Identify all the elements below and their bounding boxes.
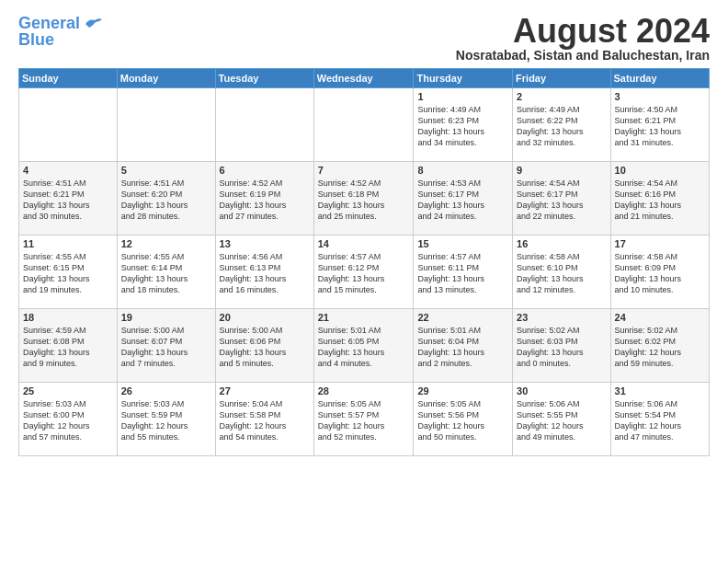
- day-info: Sunrise: 5:05 AMSunset: 5:57 PMDaylight:…: [318, 398, 410, 443]
- calendar-cell: 8Sunrise: 4:53 AMSunset: 6:17 PMDaylight…: [414, 162, 513, 236]
- day-info: Sunrise: 4:59 AMSunset: 6:08 PMDaylight:…: [23, 325, 113, 370]
- day-number: 19: [121, 312, 211, 323]
- day-number: 23: [517, 312, 606, 323]
- day-info: Sunrise: 4:49 AMSunset: 6:22 PMDaylight:…: [517, 104, 606, 149]
- day-of-week-header: Friday: [513, 69, 610, 88]
- calendar-cell: [117, 88, 215, 162]
- calendar-cell: 18Sunrise: 4:59 AMSunset: 6:08 PMDayligh…: [19, 309, 118, 383]
- day-of-week-header: Monday: [117, 69, 215, 88]
- day-info: Sunrise: 4:51 AMSunset: 6:21 PMDaylight:…: [23, 178, 113, 223]
- day-info: Sunrise: 5:02 AMSunset: 6:02 PMDaylight:…: [615, 325, 705, 370]
- calendar-week-row: 18Sunrise: 4:59 AMSunset: 6:08 PMDayligh…: [19, 309, 710, 383]
- logo: General Blue: [18, 15, 104, 48]
- day-of-week-header: Wednesday: [313, 69, 414, 88]
- day-info: Sunrise: 5:04 AMSunset: 5:58 PMDaylight:…: [220, 398, 310, 443]
- day-info: Sunrise: 4:56 AMSunset: 6:13 PMDaylight:…: [220, 251, 310, 296]
- calendar-cell: 4Sunrise: 4:51 AMSunset: 6:21 PMDaylight…: [19, 162, 118, 236]
- calendar-cell: 5Sunrise: 4:51 AMSunset: 6:20 PMDaylight…: [117, 162, 215, 236]
- calendar-cell: [215, 88, 313, 162]
- calendar-cell: 14Sunrise: 4:57 AMSunset: 6:12 PMDayligh…: [313, 236, 414, 309]
- logo-text: General Blue: [18, 15, 80, 48]
- calendar-cell: 27Sunrise: 5:04 AMSunset: 5:58 PMDayligh…: [215, 383, 313, 456]
- header: General Blue August 2024 Nosratabad, Sis…: [18, 15, 710, 63]
- subtitle: Nosratabad, Sistan and Baluchestan, Iran: [456, 48, 710, 63]
- page: General Blue August 2024 Nosratabad, Sis…: [0, 0, 728, 563]
- day-number: 29: [417, 385, 508, 396]
- calendar-cell: 2Sunrise: 4:49 AMSunset: 6:22 PMDaylight…: [513, 88, 610, 162]
- day-of-week-header: Saturday: [610, 69, 709, 88]
- day-of-week-header: Thursday: [414, 69, 513, 88]
- calendar-cell: 17Sunrise: 4:58 AMSunset: 6:09 PMDayligh…: [610, 236, 709, 309]
- calendar-week-row: 1Sunrise: 4:49 AMSunset: 6:23 PMDaylight…: [19, 88, 710, 162]
- day-info: Sunrise: 4:57 AMSunset: 6:12 PMDaylight:…: [318, 251, 410, 296]
- day-info: Sunrise: 4:58 AMSunset: 6:09 PMDaylight:…: [615, 251, 705, 296]
- calendar-table: SundayMondayTuesdayWednesdayThursdayFrid…: [18, 68, 710, 456]
- day-number: 17: [615, 238, 705, 249]
- day-info: Sunrise: 5:03 AMSunset: 5:59 PMDaylight:…: [121, 398, 211, 443]
- calendar-header-row: SundayMondayTuesdayWednesdayThursdayFrid…: [19, 69, 710, 88]
- calendar-cell: 12Sunrise: 4:55 AMSunset: 6:14 PMDayligh…: [117, 236, 215, 309]
- calendar-cell: 20Sunrise: 5:00 AMSunset: 6:06 PMDayligh…: [215, 309, 313, 383]
- month-title: August 2024: [456, 15, 710, 48]
- day-info: Sunrise: 4:55 AMSunset: 6:15 PMDaylight:…: [23, 251, 113, 296]
- day-number: 10: [615, 165, 705, 176]
- day-info: Sunrise: 4:54 AMSunset: 6:16 PMDaylight:…: [615, 178, 705, 223]
- day-number: 11: [23, 238, 113, 249]
- calendar-cell: 10Sunrise: 4:54 AMSunset: 6:16 PMDayligh…: [610, 162, 709, 236]
- title-block: August 2024 Nosratabad, Sistan and Baluc…: [456, 15, 710, 63]
- calendar-cell: 16Sunrise: 4:58 AMSunset: 6:10 PMDayligh…: [513, 236, 610, 309]
- day-info: Sunrise: 5:05 AMSunset: 5:56 PMDaylight:…: [417, 398, 508, 443]
- day-number: 15: [417, 238, 508, 249]
- day-number: 2: [517, 91, 606, 102]
- calendar-cell: 24Sunrise: 5:02 AMSunset: 6:02 PMDayligh…: [610, 309, 709, 383]
- day-number: 28: [318, 385, 410, 396]
- day-info: Sunrise: 4:49 AMSunset: 6:23 PMDaylight:…: [417, 104, 508, 149]
- day-info: Sunrise: 5:06 AMSunset: 5:55 PMDaylight:…: [517, 398, 606, 443]
- calendar-cell: 22Sunrise: 5:01 AMSunset: 6:04 PMDayligh…: [414, 309, 513, 383]
- calendar-cell: 31Sunrise: 5:06 AMSunset: 5:54 PMDayligh…: [610, 383, 709, 456]
- calendar-cell: 23Sunrise: 5:02 AMSunset: 6:03 PMDayligh…: [513, 309, 610, 383]
- calendar-cell: 29Sunrise: 5:05 AMSunset: 5:56 PMDayligh…: [414, 383, 513, 456]
- day-info: Sunrise: 5:03 AMSunset: 6:00 PMDaylight:…: [23, 398, 113, 443]
- logo-blue: Blue: [18, 30, 54, 49]
- day-number: 12: [121, 238, 211, 249]
- day-info: Sunrise: 4:52 AMSunset: 6:18 PMDaylight:…: [318, 178, 410, 223]
- day-info: Sunrise: 4:52 AMSunset: 6:19 PMDaylight:…: [220, 178, 310, 223]
- day-info: Sunrise: 5:06 AMSunset: 5:54 PMDaylight:…: [615, 398, 705, 443]
- day-number: 30: [517, 385, 606, 396]
- day-info: Sunrise: 5:01 AMSunset: 6:04 PMDaylight:…: [417, 325, 508, 370]
- calendar-week-row: 11Sunrise: 4:55 AMSunset: 6:15 PMDayligh…: [19, 236, 710, 309]
- day-info: Sunrise: 4:50 AMSunset: 6:21 PMDaylight:…: [615, 104, 705, 149]
- calendar-cell: 7Sunrise: 4:52 AMSunset: 6:18 PMDaylight…: [313, 162, 414, 236]
- calendar-cell: 26Sunrise: 5:03 AMSunset: 5:59 PMDayligh…: [117, 383, 215, 456]
- calendar-cell: 13Sunrise: 4:56 AMSunset: 6:13 PMDayligh…: [215, 236, 313, 309]
- day-info: Sunrise: 4:54 AMSunset: 6:17 PMDaylight:…: [517, 178, 606, 223]
- calendar-cell: 3Sunrise: 4:50 AMSunset: 6:21 PMDaylight…: [610, 88, 709, 162]
- calendar-cell: [19, 88, 118, 162]
- day-number: 8: [417, 165, 508, 176]
- day-number: 1: [417, 91, 508, 102]
- day-number: 26: [121, 385, 211, 396]
- calendar-cell: 28Sunrise: 5:05 AMSunset: 5:57 PMDayligh…: [313, 383, 414, 456]
- day-number: 7: [318, 165, 410, 176]
- day-of-week-header: Tuesday: [215, 69, 313, 88]
- logo-bird-icon: [84, 17, 104, 33]
- calendar-cell: 6Sunrise: 4:52 AMSunset: 6:19 PMDaylight…: [215, 162, 313, 236]
- day-info: Sunrise: 5:00 AMSunset: 6:07 PMDaylight:…: [121, 325, 211, 370]
- day-number: 27: [220, 385, 310, 396]
- calendar-cell: 15Sunrise: 4:57 AMSunset: 6:11 PMDayligh…: [414, 236, 513, 309]
- calendar-cell: 21Sunrise: 5:01 AMSunset: 6:05 PMDayligh…: [313, 309, 414, 383]
- calendar-cell: [313, 88, 414, 162]
- calendar-cell: 9Sunrise: 4:54 AMSunset: 6:17 PMDaylight…: [513, 162, 610, 236]
- day-number: 13: [220, 238, 310, 249]
- day-number: 21: [318, 312, 410, 323]
- day-info: Sunrise: 4:57 AMSunset: 6:11 PMDaylight:…: [417, 251, 508, 296]
- day-number: 6: [220, 165, 310, 176]
- day-number: 5: [121, 165, 211, 176]
- day-number: 3: [615, 91, 705, 102]
- day-number: 31: [615, 385, 705, 396]
- day-number: 22: [417, 312, 508, 323]
- day-number: 14: [318, 238, 410, 249]
- calendar-week-row: 4Sunrise: 4:51 AMSunset: 6:21 PMDaylight…: [19, 162, 710, 236]
- day-number: 4: [23, 165, 113, 176]
